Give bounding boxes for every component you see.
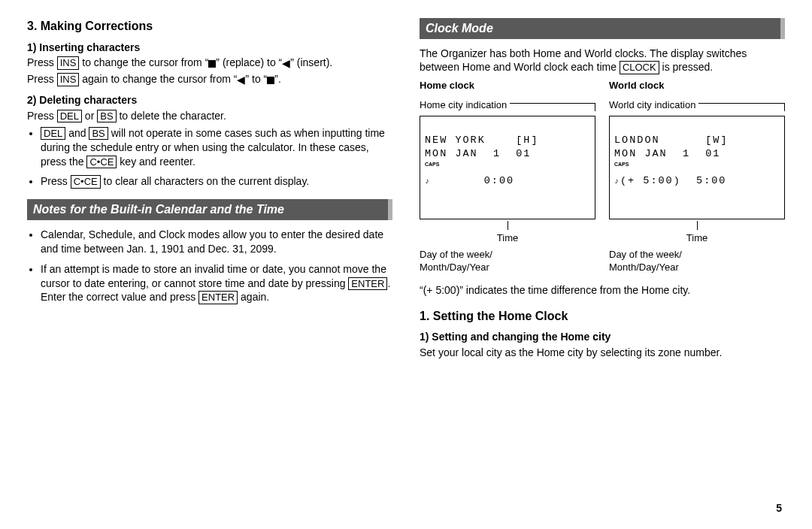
heading-deleting: 2) Deleting characters	[27, 93, 392, 107]
heading-setting-home-city: 1) Setting and changing the Home city	[420, 330, 785, 344]
banner-notes: Notes for the Built-in Calendar and the …	[27, 199, 392, 220]
caps-indicator: CAPS	[425, 161, 439, 168]
deleting-bullets: DEL and BS will not operate in some case…	[27, 126, 392, 189]
deleting-bullet-1: DEL and BS will not operate in some case…	[41, 126, 392, 169]
heading-setting-home-clock: 1. Setting the Home Clock	[420, 308, 785, 325]
world-lcd: LONDON [W]MON JAN 1 01CAPS♪(+ 5:00) 5:00	[609, 116, 785, 219]
key-ins: INS	[57, 73, 80, 86]
pointer-line	[698, 103, 785, 111]
key-bs: BS	[89, 127, 108, 141]
inserting-p1: Press INS to change the cursor from “” (…	[27, 56, 392, 71]
alarm-icon: ♪	[425, 177, 431, 186]
world-clock-title: World clock	[609, 79, 785, 92]
home-clock-title: Home clock	[420, 79, 595, 92]
day-label: Day of the week/ Month/Day/Year	[609, 248, 785, 274]
replace-cursor-icon	[267, 77, 274, 84]
banner-clock-mode: Clock Mode	[420, 18, 785, 39]
day-label: Day of the week/ Month/Day/Year	[420, 248, 595, 274]
insert-cursor-icon: ◀	[282, 56, 290, 71]
world-clock-block: World clock World city indication LONDON…	[609, 79, 785, 275]
time-label: Time	[686, 231, 707, 245]
key-enter: ENTER	[348, 277, 387, 291]
time-diff-note: “(+ 5:00)” indicates the time difference…	[420, 283, 785, 298]
page-number: 5	[776, 501, 782, 515]
world-city-indication-label: World city indication	[609, 98, 695, 112]
replace-cursor-icon	[208, 60, 216, 68]
clock-displays: Home clock Home city indication NEW YORK…	[420, 79, 785, 275]
home-city-indication-label: Home city indication	[420, 98, 507, 112]
key-cce: C•CE	[71, 175, 101, 189]
caps-indicator: CAPS	[614, 161, 629, 168]
key-ins: INS	[57, 56, 80, 70]
heading-inserting: 1) Inserting characters	[27, 41, 392, 55]
time-label: Time	[497, 231, 518, 245]
alarm-icon: ♪	[614, 177, 620, 186]
clock-intro: The Organizer has both Home and World cl…	[420, 47, 785, 75]
home-lcd: NEW YORK [H]MON JAN 1 01CAPS♪ 0:00	[420, 116, 595, 219]
right-column: Clock Mode The Organizer has both Home a…	[420, 18, 785, 361]
notes-bullets: Calendar, Schedule, and Clock modes allo…	[27, 228, 392, 304]
inserting-p2: Press INS again to change the cursor fro…	[27, 72, 392, 87]
left-column: 3. Making Corrections 1) Inserting chara…	[27, 18, 392, 361]
setting-home-city-p: Set your local city as the Home city by …	[420, 346, 785, 360]
key-del: DEL	[41, 127, 65, 141]
key-clock: CLOCK	[620, 61, 659, 74]
deleting-bullet-2: Press C•CE to clear all characters on th…	[41, 174, 392, 189]
key-enter: ENTER	[198, 291, 238, 304]
home-clock-block: Home clock Home city indication NEW YORK…	[420, 79, 595, 275]
key-del: DEL	[57, 110, 82, 123]
deleting-p1: Press DEL or BS to delete the character.	[27, 109, 392, 123]
heading-making-corrections: 3. Making Corrections	[27, 18, 392, 35]
pointer-line	[510, 103, 595, 111]
key-bs: BS	[97, 110, 116, 123]
notes-bullet-1: Calendar, Schedule, and Clock modes allo…	[41, 228, 392, 256]
key-cce: C•CE	[86, 156, 117, 169]
notes-bullet-2: If an attempt is made to store an invali…	[41, 262, 392, 305]
insert-cursor-icon: ◀	[237, 73, 245, 87]
